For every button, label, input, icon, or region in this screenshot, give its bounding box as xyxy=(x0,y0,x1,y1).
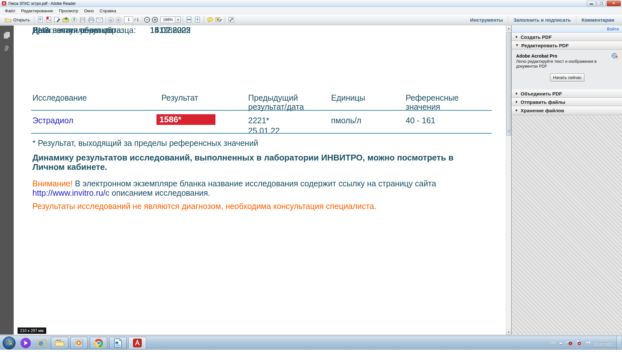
desktop: Гекса ЗПХС эстро.pdf - Adobe Reader ▬ ❐ … xyxy=(0,0,622,364)
taskbar-explorer-button[interactable] xyxy=(51,337,68,349)
section-combine-pdf[interactable]: Объединить PDF xyxy=(512,89,622,98)
section-send-files[interactable]: Отправить файлы xyxy=(512,98,622,106)
taskbar-media-player-button[interactable] xyxy=(70,337,88,349)
zoom-level-input[interactable]: 166% xyxy=(160,17,175,23)
scrollbar-grip xyxy=(508,130,510,133)
show-desktop-button[interactable] xyxy=(616,336,621,350)
svg-text:e: e xyxy=(39,338,43,347)
document-scrollbar[interactable]: ▲ ▼ xyxy=(506,26,511,335)
previous-page-button[interactable]: ▲ xyxy=(108,17,114,23)
lab-report: ИНЗ:181286205 Дата взятия образца:14.02.… xyxy=(14,26,505,335)
menu-view[interactable]: Просмотр xyxy=(56,8,81,14)
taskbar-internet-explorer-button[interactable]: e xyxy=(34,337,49,349)
open-button[interactable]: Открыть xyxy=(3,16,32,24)
save-icon[interactable] xyxy=(79,16,86,24)
svg-text:!: ! xyxy=(570,342,571,345)
navigation-pane xyxy=(0,26,14,335)
export-pdf-icon[interactable] xyxy=(45,16,53,24)
col-header-reference: Референсные значения xyxy=(406,93,462,111)
start-button[interactable] xyxy=(3,336,16,349)
previous-result: 2221* xyxy=(248,116,269,125)
explorer-folder-icon xyxy=(55,339,64,347)
menu-bar: Файл Редактирование Просмотр Окно Справк… xyxy=(0,7,622,14)
adobe-reader-icon xyxy=(2,1,6,6)
out-of-range-result-badge: 1586* xyxy=(156,114,215,125)
document-pane[interactable]: ИНЗ:181286205 Дата взятия образца:14.02.… xyxy=(14,26,505,335)
zoom-dropdown-arrow[interactable]: ▼ xyxy=(175,17,181,23)
fullscreen-icon[interactable] xyxy=(227,16,235,24)
invitro-link[interactable]: http://www.invitro.ru/ xyxy=(32,188,105,197)
share-folder-icon[interactable] xyxy=(62,16,70,24)
page-total-label: / 1 xyxy=(134,17,139,22)
internet-explorer-icon: e xyxy=(36,338,47,348)
create-pdf-icon[interactable] xyxy=(37,16,44,24)
close-button[interactable]: ✕ xyxy=(607,1,621,6)
fill-sign-button[interactable]: Заполнить и подписать xyxy=(508,17,576,23)
previous-result-date: 25.01.22 xyxy=(248,126,280,136)
sign-in-link[interactable]: Войти xyxy=(607,27,619,31)
print-icon[interactable] xyxy=(87,16,95,24)
maximize-button[interactable]: ❐ xyxy=(597,1,606,6)
zoom-in-button[interactable]: + xyxy=(152,17,158,23)
col-header-previous: Предыдущий результат/дата xyxy=(248,93,311,111)
section-create-pdf[interactable]: Создать PDF xyxy=(512,33,622,41)
svg-text:T: T xyxy=(217,18,219,21)
upload-cloud-icon[interactable] xyxy=(70,16,78,24)
taskbar-adobe-reader-button[interactable] xyxy=(129,337,146,349)
clock-time: 11:36 xyxy=(594,338,613,343)
clock[interactable]: 11:36 15.02.2022 xyxy=(594,338,613,348)
comment-bubble-icon[interactable] xyxy=(206,16,214,24)
section-edit-pdf[interactable]: Редактировать PDF xyxy=(512,41,622,50)
acrobat-description: Легко редактируйте текст и изображения в… xyxy=(516,59,616,69)
taskbar-yandex-alice-button[interactable] xyxy=(18,337,33,349)
action-center-flag-icon[interactable] xyxy=(575,339,581,347)
scrollbar-thumb[interactable] xyxy=(506,32,511,136)
taskbar-writer-button[interactable] xyxy=(109,337,127,349)
taskbar-chrome-button[interactable] xyxy=(90,337,107,349)
col-header-study: Исследование xyxy=(32,93,139,102)
title-bar[interactable]: Гекса ЗПХС эстро.pdf - Adobe Reader ▬ ❐ … xyxy=(0,0,622,7)
scroll-up-arrow[interactable]: ▲ xyxy=(506,26,511,31)
toolbar: Открыть xyxy=(0,15,622,25)
start-now-button[interactable]: Начать сейчас xyxy=(550,73,584,82)
network-status-icon[interactable]: ! xyxy=(566,339,572,347)
adobe-reader-window: Гекса ЗПХС эстро.pdf - Adobe Reader ▬ ❐ … xyxy=(0,0,622,335)
minimize-button[interactable]: ▬ xyxy=(587,1,596,6)
scroll-down-arrow[interactable]: ▼ xyxy=(506,329,511,335)
footnote: * Результат, выходящий за пределы рефере… xyxy=(32,138,258,148)
menu-file[interactable]: Файл xyxy=(2,8,18,14)
language-indicator[interactable]: RU xyxy=(550,341,556,346)
table-header-rule xyxy=(31,110,492,111)
chevron-down-icon xyxy=(516,44,518,46)
chevron-right-icon xyxy=(516,109,518,112)
next-page-button[interactable]: ▼ xyxy=(115,17,121,23)
fit-page-icon[interactable] xyxy=(194,16,202,24)
window-title: Гекса ЗПХС эстро.pdf - Adobe Reader xyxy=(8,1,76,6)
folder-icon xyxy=(5,17,11,22)
page-number-input[interactable]: 1 xyxy=(124,17,133,23)
menu-window[interactable]: Окно xyxy=(81,8,97,14)
fit-width-icon[interactable] xyxy=(185,16,193,24)
tools-button[interactable]: Инструменты xyxy=(465,17,508,23)
menu-edit[interactable]: Редактирование xyxy=(18,8,56,14)
sign-in-strip: Войти xyxy=(512,26,622,33)
add-text-icon[interactable]: T xyxy=(215,16,223,24)
chevron-right-icon xyxy=(516,92,518,95)
sign-document-icon[interactable] xyxy=(53,16,61,24)
chevron-right-icon xyxy=(516,36,518,38)
attention-text: В электронном экземпляре бланка название… xyxy=(75,179,436,188)
section-store-files[interactable]: Хранение файлов xyxy=(512,106,622,115)
volume-icon[interactable] xyxy=(584,340,591,346)
clock-date: 15.02.2022 xyxy=(594,343,613,348)
menu-help[interactable]: Справка xyxy=(97,8,119,14)
attention-paragraph: Внимание! В электронном экземпляре бланк… xyxy=(32,179,460,198)
main-area: ИНЗ:181286205 Дата взятия образца:14.02.… xyxy=(0,26,622,335)
system-tray: RU ! 11:36 15.02.2022 xyxy=(550,336,622,350)
attachments-icon[interactable] xyxy=(3,44,10,55)
zoom-out-button[interactable]: − xyxy=(144,17,150,23)
email-icon[interactable] xyxy=(96,16,103,24)
page-thumbnails-icon[interactable] xyxy=(3,31,10,41)
tray-expand-icon[interactable] xyxy=(559,342,562,344)
study-name-link[interactable]: Эстрадиол xyxy=(32,116,73,125)
comments-button[interactable]: Комментарии xyxy=(576,17,619,23)
